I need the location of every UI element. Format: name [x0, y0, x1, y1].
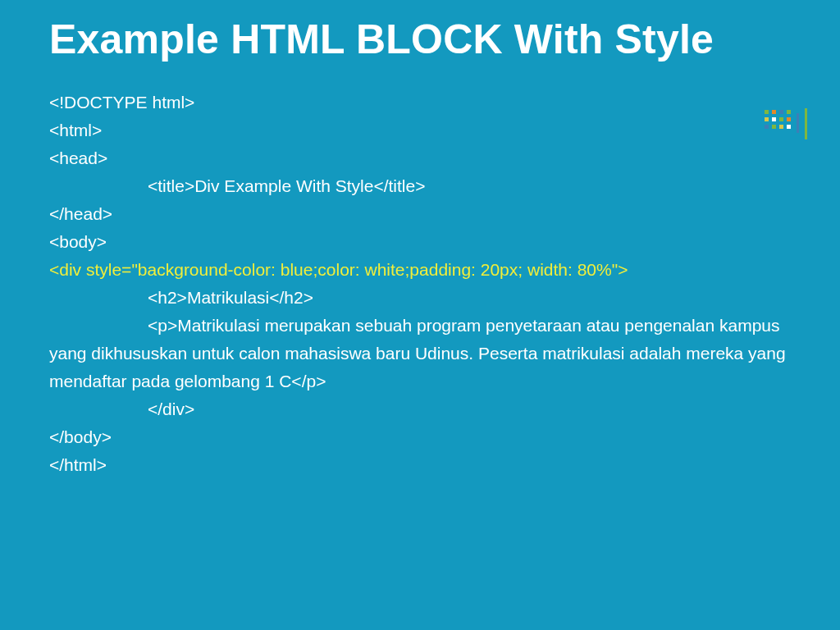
code-line: <html> — [49, 116, 791, 144]
dot-grid-icon — [765, 110, 791, 129]
presentation-slide: Example HTML BLOCK With Style <!DOCTYPE … — [0, 0, 840, 630]
code-line: <title>Div Example With Style</title> — [49, 172, 791, 200]
code-text: <p>Matrikulasi merupakan sebuah program … — [49, 316, 786, 390]
accent-bar-icon — [805, 108, 807, 139]
slide-title: Example HTML BLOCK With Style — [49, 16, 791, 62]
code-line: <head> — [49, 144, 791, 172]
code-line: </html> — [49, 451, 791, 479]
code-line: <h2>Matrikulasi</h2> — [49, 284, 791, 312]
code-line: </div> — [49, 395, 791, 423]
code-line-highlight: <div style="background-color: blue;color… — [49, 256, 791, 284]
accent-bar-icon — [797, 113, 799, 133]
code-line: </head> — [49, 200, 791, 228]
code-line: <p>Matrikulasi merupakan sebuah program … — [49, 312, 791, 395]
code-line: </body> — [49, 423, 791, 451]
code-line: <!DOCTYPE html> — [49, 89, 791, 116]
code-line: <body> — [49, 228, 791, 256]
code-example: <!DOCTYPE html> <html> <head> <title>Div… — [49, 89, 791, 479]
